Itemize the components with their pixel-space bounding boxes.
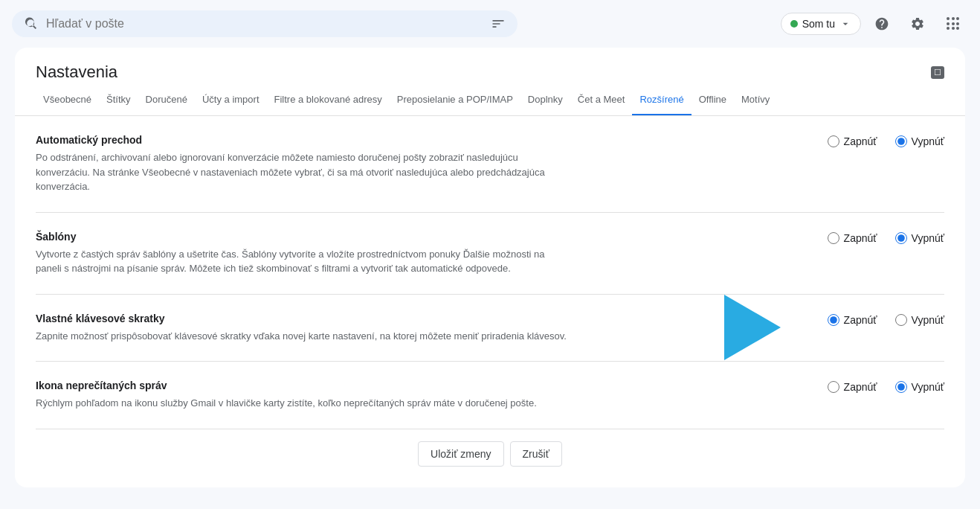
tab-ucty[interactable]: Účty a import (195, 85, 267, 116)
page-title: Nastavenia (36, 63, 117, 82)
help-icon (874, 16, 889, 31)
radio-label-vypnut-ikona: Vypnúť (912, 381, 944, 393)
setting-title-sablony: Šablóny (36, 231, 571, 243)
tab-rozsirene[interactable]: Rozšírené (632, 85, 691, 116)
radio-input-zapnut-sablony[interactable] (828, 232, 839, 244)
setting-row-ikona-neprecitanych: Ikona neprečítaných správ Rýchlym pohľad… (36, 362, 944, 429)
radio-label-zapnut-klavesove: Zapnúť (844, 314, 877, 326)
setting-desc-sablony: Vytvorte z častých správ šablóny a ušetr… (36, 247, 571, 276)
main-content: Nastavenia ☐ Všeobecné Štítky Doručené Ú… (15, 48, 965, 487)
radio-vypnut-sablony[interactable]: Vypnúť (895, 232, 944, 244)
radio-zapnut-sablony[interactable]: Zapnúť (828, 232, 877, 244)
status-label: Som tu (802, 18, 835, 30)
setting-content-ikona-neprecitanych: Ikona neprečítaných správ Rýchlym pohľad… (36, 380, 601, 411)
tab-vseobecne[interactable]: Všeobecné (36, 85, 99, 116)
help-button[interactable] (867, 9, 897, 39)
radio-zapnut-automaticky[interactable]: Zapnúť (828, 135, 877, 147)
topbar-right: Som tu (781, 9, 968, 39)
tab-filtre[interactable]: Filtre a blokované adresy (267, 85, 390, 116)
save-button[interactable]: Uložiť zmeny (418, 441, 504, 467)
topbar: Som tu (0, 0, 980, 48)
chevron-down-icon (839, 18, 851, 30)
settings-icon-area: ☐ (931, 66, 944, 79)
setting-row-sablony: Šablóny Vytvorte z častých správ šablóny… (36, 213, 944, 295)
settings-header: Nastavenia ☐ (15, 48, 965, 82)
tab-dorucene[interactable]: Doručené (138, 85, 195, 116)
setting-title-automaticky-prechod: Automatický prechod (36, 134, 571, 146)
radio-input-zapnut-klavesove[interactable] (828, 314, 839, 326)
gear-icon (910, 16, 925, 31)
status-dot (790, 20, 798, 28)
setting-controls-sablony: Zapnúť Vypnúť (828, 231, 944, 244)
search-icon (24, 16, 39, 31)
radio-input-vypnut-ikona[interactable] (895, 381, 907, 393)
setting-content-klavesove-skratky: Vlastné klávesové skratky Zapnite možnos… (36, 313, 601, 344)
radio-input-zapnut-ikona[interactable] (828, 381, 839, 393)
filter-icon[interactable] (491, 16, 506, 31)
radio-label-vypnut-automaticky: Vypnúť (912, 135, 944, 147)
setting-title-klavesove-skratky: Vlastné klávesové skratky (36, 313, 571, 324)
setting-desc-automaticky-prechod: Po odstránení, archivovaní alebo ignorov… (36, 150, 571, 194)
setting-controls-automaticky-prechod: Zapnúť Vypnúť (828, 134, 944, 147)
setting-title-ikona-neprecitanych: Ikona neprečítaných správ (36, 380, 571, 391)
radio-input-vypnut-automaticky[interactable] (895, 135, 907, 147)
arrow-pointer (724, 295, 781, 360)
radio-zapnut-ikona[interactable]: Zapnúť (828, 381, 877, 393)
radio-label-zapnut-ikona: Zapnúť (844, 381, 877, 393)
radio-vypnut-klavesove[interactable]: Vypnúť (895, 314, 944, 326)
radio-input-vypnut-klavesove[interactable] (895, 314, 907, 326)
radio-label-vypnut-klavesove: Vypnúť (912, 314, 944, 326)
tab-offline[interactable]: Offline (692, 85, 734, 116)
settings-body: Automatický prechod Po odstránení, archi… (15, 116, 965, 487)
setting-row-automaticky-prechod: Automatický prechod Po odstránení, archi… (36, 116, 944, 213)
setting-desc-klavesove-skratky: Zapnite možnosť prispôsobovať klávesové … (36, 329, 571, 344)
buttons-row: Uložiť zmeny Zrušiť (36, 429, 944, 473)
apps-grid-icon (947, 17, 960, 31)
setting-row-klavesove-skratky: Vlastné klávesové skratky Zapnite možnos… (36, 295, 944, 362)
radio-label-zapnut-automaticky: Zapnúť (844, 135, 877, 147)
setting-content-automaticky-prechod: Automatický prechod Po odstránení, archi… (36, 134, 601, 194)
tab-motivy[interactable]: Motívy (734, 85, 777, 116)
cancel-button[interactable]: Zrušiť (510, 441, 562, 467)
radio-vypnut-ikona[interactable]: Vypnúť (895, 381, 944, 393)
search-input[interactable] (46, 17, 483, 31)
setting-controls-klavesove-skratky: Zapnúť Vypnúť (828, 313, 944, 326)
settings-button[interactable] (903, 9, 932, 39)
setting-controls-ikona-neprecitanych: Zapnúť Vypnúť (828, 380, 944, 393)
setting-content-sablony: Šablóny Vytvorte z častých správ šablóny… (36, 231, 601, 276)
tab-preposielanie[interactable]: Preposielanie a POP/IMAP (390, 85, 520, 116)
radio-label-zapnut-sablony: Zapnúť (844, 232, 877, 244)
radio-zapnut-klavesove[interactable]: Zapnúť (828, 314, 877, 326)
tab-doplnky[interactable]: Doplnky (520, 85, 570, 116)
radio-vypnut-automaticky[interactable]: Vypnúť (895, 135, 944, 147)
setting-desc-ikona-neprecitanych: Rýchlym pohľadom na ikonu služby Gmail v… (36, 396, 571, 411)
apps-button[interactable] (938, 9, 968, 39)
tab-stitky[interactable]: Štítky (99, 85, 138, 116)
radio-input-zapnut-automaticky[interactable] (828, 135, 839, 147)
tab-cet[interactable]: Čet a Meet (570, 85, 633, 116)
search-bar[interactable] (12, 10, 518, 37)
tabs-bar: Všeobecné Štítky Doručené Účty a import … (15, 85, 965, 116)
radio-label-vypnut-sablony: Vypnúť (912, 232, 944, 244)
keyboard-shortcut-icon: ☐ (931, 66, 944, 79)
radio-input-vypnut-sablony[interactable] (895, 232, 907, 244)
status-button[interactable]: Som tu (781, 13, 861, 35)
